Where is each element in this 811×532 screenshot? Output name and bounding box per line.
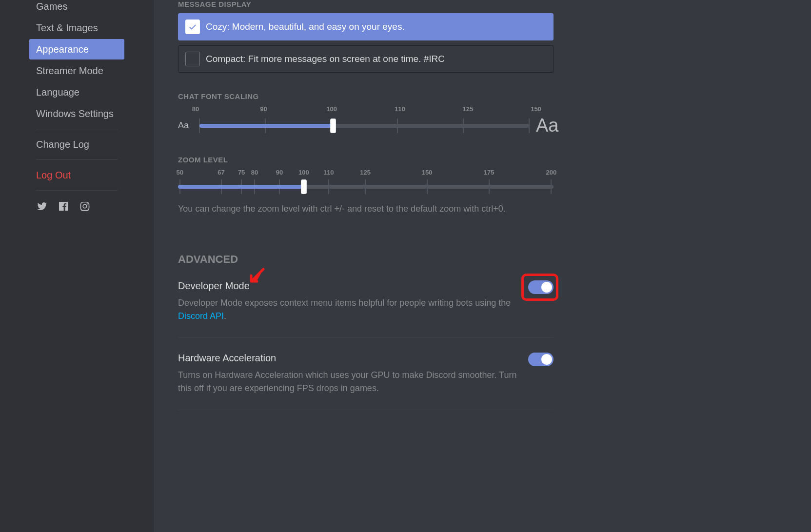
font-scaling-header: CHAT FONT SCALING: [178, 92, 554, 100]
hardware-accel-desc: Turns on Hardware Acceleration which use…: [178, 369, 518, 395]
slider-tick-label: 100: [298, 169, 309, 176]
slider-thumb[interactable]: [301, 179, 307, 194]
radio-label: Compact: Fit more messages on screen at …: [206, 54, 445, 64]
zoom-level-header: ZOOM LEVEL: [178, 156, 554, 164]
font-size-small-icon: Aa: [178, 120, 193, 131]
advanced-section: ADVANCED Developer Mode Developer Mode e…: [178, 253, 554, 410]
slider-tick-label: 80: [251, 169, 258, 176]
hardware-accel-title: Hardware Acceleration: [178, 353, 518, 364]
toggle-knob: [541, 354, 552, 365]
slider-tick-label: 50: [177, 169, 183, 176]
slider-tick-label: 125: [360, 169, 371, 176]
checkbox-icon: [185, 20, 200, 34]
developer-mode-title: Developer Mode: [178, 280, 518, 292]
message-display-cozy[interactable]: Cozy: Modern, beautiful, and easy on you…: [178, 13, 554, 40]
developer-mode-toggle[interactable]: [528, 280, 554, 294]
divider: [36, 129, 118, 129]
slider-tick-label: 100: [326, 105, 337, 113]
settings-sidebar: Games Text & Images Appearance Streamer …: [0, 0, 154, 532]
slider-tick-label: 200: [546, 169, 557, 176]
slider-thumb[interactable]: [330, 118, 336, 133]
social-links: [29, 196, 124, 217]
slider-tick-label: 75: [238, 169, 245, 176]
slider-tick-label: 150: [531, 105, 541, 113]
zoom-ticks: 5067758090100110125150175200: [178, 169, 554, 178]
zoom-help-text: You can change the zoom level with ctrl …: [178, 204, 554, 214]
sidebar-item-change-log[interactable]: Change Log: [29, 134, 124, 155]
slider-tick-label: 80: [192, 105, 199, 113]
sidebar-item-log-out[interactable]: Log Out: [29, 165, 124, 185]
font-scaling-slider[interactable]: [199, 118, 529, 134]
sidebar-item-text-images[interactable]: Text & Images: [29, 18, 124, 38]
slider-tick-label: 150: [422, 169, 433, 176]
advanced-header: ADVANCED: [178, 253, 554, 266]
sidebar-item-windows-settings[interactable]: Windows Settings: [29, 103, 124, 124]
slider-tick-label: 67: [218, 169, 224, 176]
facebook-icon[interactable]: [58, 200, 69, 212]
instagram-icon[interactable]: [79, 200, 91, 212]
slider-tick-label: 175: [484, 169, 495, 176]
font-size-large-icon: Aa: [536, 115, 554, 136]
message-display-compact[interactable]: Compact: Fit more messages on screen at …: [178, 45, 554, 73]
hardware-accel-toggle[interactable]: [528, 353, 554, 366]
developer-mode-row: Developer Mode Developer Mode exposes co…: [178, 280, 554, 338]
developer-mode-desc: Developer Mode exposes context menu item…: [178, 296, 518, 323]
slider-tick-label: 110: [395, 105, 405, 113]
slider-tick-label: 90: [276, 169, 283, 176]
zoom-level-slider[interactable]: [178, 178, 554, 195]
sidebar-item-streamer-mode[interactable]: Streamer Mode: [29, 60, 124, 81]
font-scaling-ticks: 8090100110125150: [196, 105, 536, 115]
slider-tick-label: 90: [260, 105, 267, 113]
sidebar-item-games[interactable]: Games: [29, 0, 124, 17]
twitter-icon[interactable]: [36, 200, 48, 212]
zoom-level-section: ZOOM LEVEL 5067758090100110125150175200 …: [178, 156, 554, 214]
sidebar-item-appearance[interactable]: Appearance: [29, 39, 124, 59]
discord-api-link[interactable]: Discord API: [178, 311, 224, 321]
hardware-acceleration-row: Hardware Acceleration Turns on Hardware …: [178, 353, 554, 410]
divider: [36, 190, 118, 191]
chat-font-scaling-section: CHAT FONT SCALING 8090100110125150 Aa Aa: [178, 92, 554, 136]
slider-tick-label: 110: [323, 169, 334, 176]
sidebar-item-language[interactable]: Language: [29, 82, 124, 102]
radio-label: Cozy: Modern, beautiful, and easy on you…: [206, 21, 405, 32]
settings-content: MESSAGE DISPLAY Cozy: Modern, beautiful,…: [154, 0, 578, 532]
message-display-header: MESSAGE DISPLAY: [178, 0, 554, 8]
slider-tick-label: 125: [463, 105, 474, 113]
divider: [36, 159, 118, 160]
toggle-knob: [541, 282, 552, 293]
checkbox-icon: [185, 52, 200, 66]
